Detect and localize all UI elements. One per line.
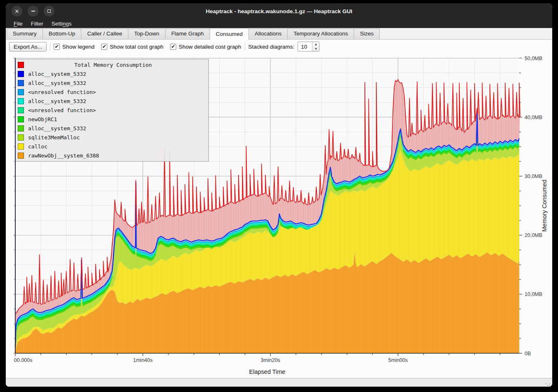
svg-text:0B: 0B (525, 351, 531, 357)
svg-text:00.000s: 00.000s (14, 357, 32, 363)
tab-caller-callee[interactable]: Caller / Callee (81, 28, 128, 39)
svg-text:40,0MB: 40,0MB (525, 115, 542, 120)
spinbox-value[interactable]: 10 (298, 42, 312, 51)
legend-swatch (18, 62, 24, 68)
spin-up-icon[interactable]: ▲ (312, 42, 319, 47)
x-axis-title: Elapsed Time (249, 369, 286, 375)
svg-text:1min40s: 1min40s (133, 357, 152, 363)
legend-item: newObjRC1 (16, 115, 208, 124)
minimize-button[interactable] (28, 6, 38, 16)
chart-legend: Total Memory Consumptionalloc__system_53… (15, 59, 209, 162)
export-as-button[interactable]: Export As... (9, 42, 47, 52)
toolbar-separator (245, 42, 245, 51)
legend-label: <unresolved function> (28, 89, 96, 95)
maximize-button[interactable] (44, 6, 54, 16)
status-bar (6, 378, 552, 387)
tab-sizes[interactable]: Sizes (354, 28, 380, 39)
title-bar: ✕ Heaptrack - heaptrack.wakunode.1.gz — … (6, 3, 552, 19)
tab-consumed[interactable]: Consumed (210, 28, 249, 40)
legend-item: alloc__system_5332 (16, 124, 208, 133)
legend-swatch (18, 80, 24, 86)
stacked-diagrams-spinbox[interactable]: 10 ▲ ▼ (298, 42, 319, 52)
app-window: ✕ Heaptrack - heaptrack.wakunode.1.gz — … (6, 3, 552, 387)
tab-allocations[interactable]: Allocations (248, 28, 288, 39)
legend-label: alloc__system_5332 (28, 80, 86, 86)
tab-summary[interactable]: Summary (7, 28, 43, 39)
svg-text:30,0MB: 30,0MB (525, 174, 542, 179)
checkbox-check-icon[interactable]: ✔ (170, 44, 176, 50)
y-axis-title: Memory Consumed (541, 180, 548, 232)
svg-text:3min20s: 3min20s (261, 357, 280, 363)
legend-item: alloc__system_5332 (16, 96, 208, 106)
menu-item-filter[interactable]: Filter (27, 20, 47, 27)
tab-flame-graph[interactable]: Flame Graph (165, 28, 210, 39)
legend-label: Total Memory Consumption (28, 62, 198, 68)
close-button[interactable]: ✕ (12, 6, 22, 16)
legend-swatch (18, 116, 24, 122)
legend-swatch (18, 71, 24, 77)
legend-swatch (18, 153, 24, 159)
toolbar: Export As... ✔Show legend✔Show total cos… (6, 40, 552, 54)
window-title: Heaptrack - heaptrack.wakunode.1.gz — He… (206, 8, 352, 14)
legend-swatch (18, 134, 24, 141)
legend-item: alloc__system_5332 (16, 69, 208, 78)
legend-swatch (18, 125, 24, 131)
checkbox-label: Show total cost graph (110, 44, 163, 50)
checkbox-show-detailed-cost-graph[interactable]: ✔Show detailed cost graph (170, 44, 241, 50)
legend-item: sqlite3MemMalloc (16, 133, 208, 142)
legend-label: sqlite3MemMalloc (28, 134, 80, 141)
tab-temporary-allocations[interactable]: Temporary Allocations (287, 28, 354, 39)
legend-item: calloc (16, 142, 208, 151)
checkbox-label: Show legend (62, 44, 95, 50)
svg-text:5min00s: 5min00s (388, 357, 408, 363)
svg-text:50,0MB: 50,0MB (525, 56, 542, 61)
legend-item: alloc__system_5332 (16, 78, 208, 87)
legend-label: <unresolved function> (28, 107, 96, 113)
memory-consumption-chart[interactable]: 00.000s1min40s3min20s5min00s0B10,0MB20,0… (6, 54, 552, 378)
toolbar-separator (50, 42, 50, 51)
checkbox-show-total-cost-graph[interactable]: ✔Show total cost graph (101, 44, 163, 50)
legend-swatch (18, 143, 24, 150)
spinbox-arrows[interactable]: ▲ ▼ (312, 42, 319, 51)
legend-label: rawNewObj__system_6388 (28, 153, 99, 159)
legend-item: rawNewObj__system_6388 (16, 151, 208, 160)
legend-label: calloc (28, 143, 47, 150)
legend-item: <unresolved function> (16, 87, 208, 96)
legend-swatch (18, 107, 24, 113)
tab-top-down[interactable]: Top-Down (128, 28, 166, 39)
checkbox-label: Show detailed cost graph (179, 44, 241, 50)
spin-down-icon[interactable]: ▼ (312, 47, 319, 51)
checkbox-check-icon[interactable]: ✔ (54, 44, 60, 50)
checkbox-check-icon[interactable]: ✔ (101, 44, 107, 50)
legend-label: newObjRC1 (28, 116, 57, 122)
menu-bar: FileFilterSettings (6, 19, 552, 28)
svg-text:10,0MB: 10,0MB (525, 291, 542, 297)
menu-item-file[interactable]: File (10, 20, 26, 27)
legend-label: alloc__system_5332 (28, 98, 86, 104)
tab-bar: SummaryBottom-UpCaller / CalleeTop-DownF… (6, 28, 552, 40)
checkbox-show-legend[interactable]: ✔Show legend (54, 44, 95, 50)
legend-swatch (18, 98, 24, 104)
legend-swatch (18, 89, 24, 95)
window-controls: ✕ (12, 6, 54, 16)
svg-text:20,0MB: 20,0MB (525, 232, 542, 238)
tab-bottom-up[interactable]: Bottom-Up (43, 28, 82, 39)
menu-item-settings[interactable]: Settings (48, 20, 76, 27)
legend-label: alloc__system_5332 (28, 71, 86, 77)
legend-item: <unresolved function> (16, 106, 208, 115)
legend-label: alloc__system_5332 (28, 125, 86, 131)
legend-title-row: Total Memory Consumption (16, 60, 208, 69)
resize-grip-icon[interactable] (546, 383, 546, 384)
stacked-diagrams-label: Stacked diagrams: (248, 44, 295, 50)
